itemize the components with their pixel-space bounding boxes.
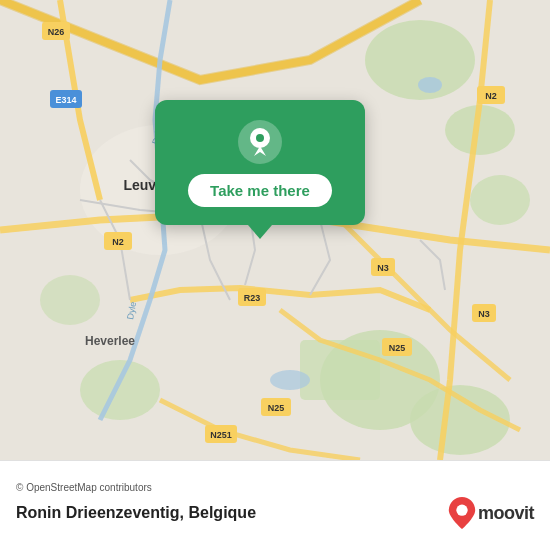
svg-text:N2: N2 — [112, 237, 124, 247]
svg-point-10 — [270, 370, 310, 390]
app-container: N26 E314 N2 N2 R23 N3 N25 N25 — [0, 0, 550, 550]
take-me-there-button[interactable]: Take me there — [188, 174, 332, 207]
svg-text:N251: N251 — [210, 430, 232, 440]
location-popup[interactable]: Take me there — [155, 100, 365, 225]
svg-text:N3: N3 — [377, 263, 389, 273]
svg-text:E314: E314 — [55, 95, 76, 105]
svg-point-38 — [256, 134, 264, 142]
svg-point-9 — [418, 77, 442, 93]
svg-text:N3: N3 — [478, 309, 490, 319]
bottom-bar: © OpenStreetMap contributors Ronin Driee… — [0, 460, 550, 550]
svg-text:N26: N26 — [48, 27, 65, 37]
osm-attribution: © OpenStreetMap contributors — [16, 482, 534, 493]
map-area: N26 E314 N2 N2 R23 N3 N25 N25 — [0, 0, 550, 460]
svg-point-7 — [40, 275, 100, 325]
location-name: Ronin Drieenzeventig, Belgique — [16, 504, 256, 522]
svg-text:Heverlee: Heverlee — [85, 334, 135, 348]
svg-text:N2: N2 — [485, 91, 497, 101]
svg-text:N25: N25 — [268, 403, 285, 413]
map-background: N26 E314 N2 N2 R23 N3 N25 N25 — [0, 0, 550, 460]
moovit-logo: moovit — [448, 497, 534, 529]
moovit-pin-icon — [448, 497, 476, 529]
svg-point-3 — [470, 175, 530, 225]
svg-point-39 — [456, 505, 467, 516]
location-row: Ronin Drieenzeventig, Belgique moovit — [16, 497, 534, 529]
svg-text:N25: N25 — [389, 343, 406, 353]
svg-point-6 — [80, 360, 160, 420]
moovit-brand-text: moovit — [478, 503, 534, 524]
svg-text:R23: R23 — [244, 293, 261, 303]
location-pin-icon — [238, 120, 282, 164]
